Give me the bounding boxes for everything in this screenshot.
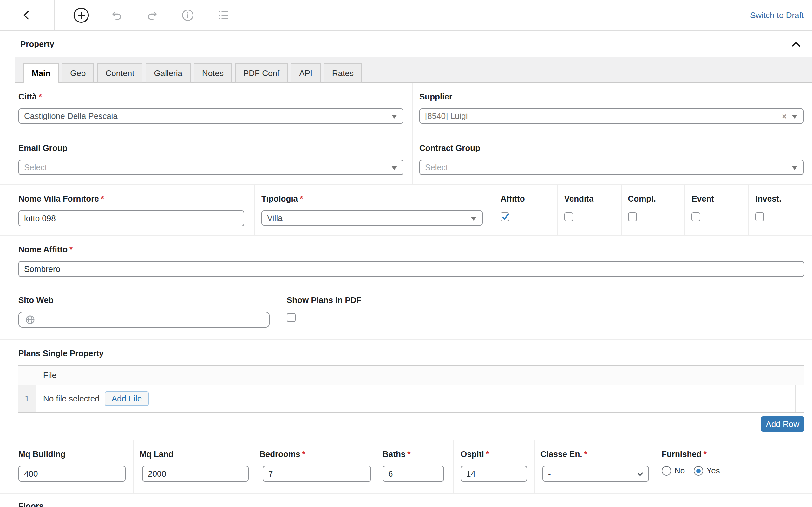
tab-content[interactable]: Content <box>97 63 142 83</box>
add-block-button[interactable] <box>71 5 91 25</box>
citta-required-marker: * <box>39 92 42 101</box>
contract-group-dropdown-arrow-icon <box>792 166 798 170</box>
contract-group-label: Contract Group <box>419 143 480 153</box>
no-file-selected-text: No file selected <box>43 394 100 404</box>
redo-button[interactable] <box>142 5 162 25</box>
add-file-button[interactable]: Add File <box>105 391 149 406</box>
furnished-no-radio[interactable] <box>662 466 671 475</box>
mq-building-input[interactable] <box>18 466 125 482</box>
compl-checkbox[interactable] <box>628 212 637 221</box>
plans-order-column-header <box>18 366 36 385</box>
nome-affitto-required-marker: * <box>69 245 72 254</box>
undo-icon <box>110 8 124 22</box>
baths-label: Baths <box>383 449 405 459</box>
supplier-label: Supplier <box>419 92 452 101</box>
furnished-label: Furnished <box>662 449 702 459</box>
field-invest: Invest. <box>748 185 812 235</box>
field-vendita: Vendita <box>557 185 621 235</box>
field-show-plans: Show Plans in PDF <box>280 286 812 339</box>
citta-dropdown-arrow-icon <box>392 115 397 118</box>
field-bedrooms: Bedrooms* <box>254 441 375 493</box>
furnished-yes-radio[interactable] <box>694 466 703 475</box>
tab-pdf-conf[interactable]: PDF Conf <box>235 63 288 83</box>
back-button[interactable] <box>0 0 55 31</box>
row-floors: Floors <box>0 494 812 507</box>
list-view-button[interactable] <box>213 5 234 25</box>
info-button[interactable] <box>177 5 198 25</box>
email-group-placeholder: Select <box>24 163 47 172</box>
tab-rates[interactable]: Rates <box>324 63 362 83</box>
classe-en-select[interactable]: - <box>542 466 649 482</box>
field-mq-building: Mq Building <box>0 441 133 493</box>
property-panel-title: Property <box>20 39 54 49</box>
row-nome-affitto: Nome Affitto* <box>0 236 812 286</box>
classe-en-label: Classe En. <box>541 449 582 459</box>
field-nome-affitto: Nome Affitto* <box>0 236 812 286</box>
row-plans: Plans Single Property File 1 No file sel… <box>0 340 812 441</box>
tipologia-required-marker: * <box>300 194 303 204</box>
show-plans-label: Show Plans in PDF <box>287 295 361 305</box>
furnished-no-label: No <box>674 466 685 475</box>
bedrooms-input[interactable] <box>263 466 371 482</box>
nome-affitto-input[interactable] <box>18 261 804 277</box>
event-checkbox[interactable] <box>692 212 700 221</box>
undo-button[interactable] <box>107 5 127 25</box>
show-plans-checkbox[interactable] <box>287 313 296 322</box>
vendita-checkbox[interactable] <box>564 212 573 221</box>
vendita-label: Vendita <box>564 194 594 204</box>
property-panel-header: Property <box>0 31 812 57</box>
plans-row-actions <box>795 385 804 412</box>
supplier-clear-icon[interactable]: × <box>782 112 786 121</box>
baths-input[interactable] <box>383 466 444 482</box>
classe-en-required-marker: * <box>584 449 588 459</box>
ospiti-input[interactable] <box>461 466 527 482</box>
contract-group-select[interactable]: Select <box>419 160 804 175</box>
invest-checkbox[interactable] <box>755 212 764 221</box>
supplier-select[interactable]: [8540] Luigi × <box>419 108 804 124</box>
tab-api[interactable]: API <box>291 63 321 83</box>
mq-land-label: Mq Land <box>140 449 173 459</box>
contract-group-placeholder: Select <box>425 163 448 172</box>
field-citta: Città* Castiglione Della Pescaia <box>0 83 412 134</box>
tab-geo[interactable]: Geo <box>62 63 94 83</box>
plans-file-column-header: File <box>36 371 56 380</box>
add-row-button[interactable]: Add Row <box>761 416 805 432</box>
email-group-label: Email Group <box>18 143 67 153</box>
plans-table-row: 1 No file selected Add File <box>18 385 804 412</box>
affitto-checkbox[interactable] <box>501 212 509 221</box>
row-sito-web: Sito Web Show Plans in PDF <box>0 286 812 340</box>
ospiti-label: Ospiti <box>461 449 484 459</box>
bedrooms-label: Bedrooms <box>259 449 300 459</box>
field-nome-villa-fornitore: Nome Villa Fornitore* <box>0 185 254 235</box>
chevron-up-icon <box>791 41 801 47</box>
citta-value: Castiglione Della Pescaia <box>24 111 118 121</box>
field-email-group: Email Group Select <box>0 134 412 184</box>
plus-circle-icon <box>73 7 90 23</box>
field-baths: Baths* <box>375 441 453 493</box>
compl-label: Compl. <box>628 194 656 204</box>
tab-notes[interactable]: Notes <box>194 63 232 83</box>
citta-select[interactable]: Castiglione Della Pescaia <box>18 108 403 124</box>
tab-main[interactable]: Main <box>23 63 59 83</box>
classe-en-value: - <box>548 469 551 479</box>
collapse-panel-button[interactable] <box>791 41 801 47</box>
nome-villa-fornitore-input[interactable] <box>18 210 244 226</box>
supplier-value: [8540] Luigi <box>425 111 467 121</box>
sito-web-input[interactable] <box>18 312 270 328</box>
globe-icon <box>26 315 35 325</box>
sito-web-label: Sito Web <box>18 295 54 305</box>
email-group-select[interactable]: Select <box>18 160 403 175</box>
tipologia-select[interactable]: Villa <box>261 210 483 226</box>
row-email-contract: Email Group Select Contract Group Select <box>0 134 812 185</box>
list-view-icon <box>216 8 230 22</box>
tab-galleria[interactable]: Galleria <box>146 63 191 83</box>
nome-villa-fornitore-required-marker: * <box>101 194 104 204</box>
citta-label: Città <box>18 92 37 101</box>
field-mq-land: Mq Land <box>133 441 254 493</box>
tipologia-dropdown-arrow-icon <box>471 217 476 221</box>
mq-land-input[interactable] <box>142 466 249 482</box>
switch-to-draft-link[interactable]: Switch to Draft <box>750 10 804 20</box>
field-affitto: Affitto <box>494 185 557 235</box>
floors-label: Floors <box>18 501 44 507</box>
plans-row-number[interactable]: 1 <box>18 385 36 412</box>
